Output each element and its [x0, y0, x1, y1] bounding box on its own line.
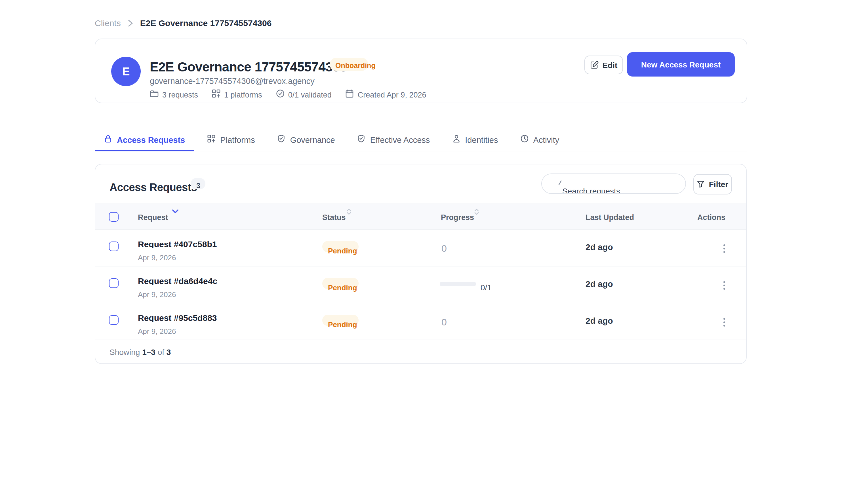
edit-pencil-icon	[590, 61, 599, 69]
client-email: governance-1775745574306@trevox.agency	[150, 76, 315, 86]
last-updated: 2d ago	[585, 242, 613, 252]
row-checkbox[interactable]	[109, 278, 119, 288]
table-row[interactable]: Request #407c58b1 Apr 9, 2026 Pending 0 …	[95, 230, 747, 267]
clock-icon	[520, 134, 528, 143]
request-date: Apr 9, 2026	[138, 290, 176, 299]
stat-validated-label: 0/1 validated	[288, 91, 332, 99]
client-header-card: E E2E Governance 1775745574306 Onboardin…	[95, 39, 747, 103]
progress-bar	[440, 282, 476, 286]
person-icon	[452, 134, 460, 143]
tab-access-requests[interactable]: Access Requests	[95, 129, 194, 151]
table-row[interactable]: Request #95c5d883 Apr 9, 2026 Pending 0 …	[95, 303, 747, 340]
row-checkbox[interactable]	[109, 315, 119, 325]
verified-icon	[276, 89, 285, 98]
folder-icon	[150, 89, 159, 98]
tab-platforms[interactable]: Platforms	[198, 129, 264, 151]
stat-platforms-label: 1 platforms	[224, 91, 262, 99]
breadcrumb-current: E2E Governance 1775745574306	[140, 18, 272, 28]
request-date: Apr 9, 2026	[138, 327, 176, 336]
row-actions-menu-icon[interactable]	[718, 279, 730, 291]
stat-created-label: Created Apr 9, 2026	[358, 91, 426, 99]
last-updated: 2d ago	[585, 279, 613, 289]
tab-label: Platforms	[220, 135, 255, 144]
progress-value: 0	[441, 243, 447, 255]
row-actions-menu-icon[interactable]	[718, 242, 730, 255]
progress-value: 0/1	[480, 283, 492, 292]
table-footer: Showing 1–3 of 3	[95, 340, 747, 364]
stat-requests-label: 3 requests	[162, 91, 198, 99]
status-badge: Pending	[322, 241, 358, 252]
calendar-icon	[345, 89, 354, 98]
tab-label: Effective Access	[370, 135, 430, 144]
request-name[interactable]: Request #da6d4e4c	[138, 277, 217, 285]
column-header-request[interactable]: Request	[138, 213, 168, 222]
chevron-right-icon	[128, 20, 133, 26]
column-header-status[interactable]: Status	[322, 213, 346, 222]
sort-toggle-icon[interactable]	[347, 209, 351, 215]
column-header-last-updated: Last Updated	[585, 213, 634, 222]
client-stats: 3 requests 1 platforms 0/1 validated Cre…	[150, 89, 426, 98]
edit-button-label: Edit	[602, 60, 618, 69]
filter-funnel-icon	[697, 180, 705, 188]
search-input[interactable]	[541, 174, 686, 194]
tab-identities[interactable]: Identities	[443, 129, 507, 151]
platforms-icon	[212, 89, 221, 98]
platforms-icon	[207, 134, 216, 143]
lock-icon	[104, 134, 112, 143]
last-updated: 2d ago	[585, 316, 613, 325]
sort-desc-icon[interactable]	[172, 209, 179, 214]
stat-platforms: 1 platforms	[212, 89, 262, 98]
active-tab-underline	[95, 150, 194, 151]
tab-label: Activity	[533, 135, 559, 144]
tab-label: Identities	[465, 135, 498, 144]
pagination-summary: Showing 1–3 of 3	[109, 347, 171, 357]
page-title: E2E Governance 1775745574306	[150, 59, 347, 75]
new-access-request-button[interactable]: New Access Request	[627, 52, 735, 76]
tab-activity[interactable]: Activity	[511, 129, 568, 151]
shield-check-icon	[357, 134, 366, 143]
tab-effective-access[interactable]: Effective Access	[348, 129, 439, 151]
filter-button-label: Filter	[709, 180, 728, 189]
stat-validated: 0/1 validated	[276, 89, 332, 98]
tab-bar: Access Requests Platforms Governance Eff…	[95, 129, 747, 151]
table-header: Request Status Progress Last Updated Act…	[95, 203, 747, 230]
tab-label: Access Requests	[117, 135, 185, 144]
breadcrumb-clients-link[interactable]: Clients	[95, 18, 121, 28]
status-badge: Pending	[322, 278, 358, 289]
search-box	[541, 174, 686, 194]
client-detail-page: Clients E2E Governance 1775745574306 E E…	[0, 0, 842, 504]
status-badge: Onboarding	[330, 58, 368, 71]
progress-value: 0	[441, 317, 447, 328]
pagination-total: 3	[166, 347, 171, 357]
sort-toggle-icon[interactable]	[474, 209, 479, 215]
column-header-actions: Actions	[697, 213, 725, 222]
breadcrumb: Clients E2E Governance 1775745574306	[95, 18, 271, 28]
row-checkbox[interactable]	[109, 241, 119, 251]
avatar: E	[111, 57, 141, 86]
pagination-range: 1–3	[142, 347, 156, 357]
request-name[interactable]: Request #95c5d883	[138, 313, 217, 322]
panel-title: Access Requests	[109, 181, 197, 194]
count-badge: 3	[191, 178, 205, 190]
stat-requests: 3 requests	[150, 89, 198, 98]
edit-button[interactable]: Edit	[584, 56, 623, 74]
request-name[interactable]: Request #407c58b1	[138, 240, 217, 248]
column-header-progress[interactable]: Progress	[441, 213, 474, 222]
table-row[interactable]: Request #da6d4e4c Apr 9, 2026 Pending 0/…	[95, 267, 747, 303]
select-all-checkbox[interactable]	[109, 212, 119, 222]
request-date: Apr 9, 2026	[138, 253, 176, 262]
filter-button[interactable]: Filter	[694, 174, 732, 195]
access-requests-panel: Access Requests 3 Filter Request Status …	[95, 164, 747, 364]
stat-created: Created Apr 9, 2026	[345, 89, 426, 98]
shield-check-icon	[277, 134, 286, 143]
tab-label: Governance	[290, 135, 335, 144]
tab-governance[interactable]: Governance	[268, 129, 344, 151]
status-badge: Pending	[322, 314, 358, 326]
row-actions-menu-icon[interactable]	[718, 316, 730, 328]
